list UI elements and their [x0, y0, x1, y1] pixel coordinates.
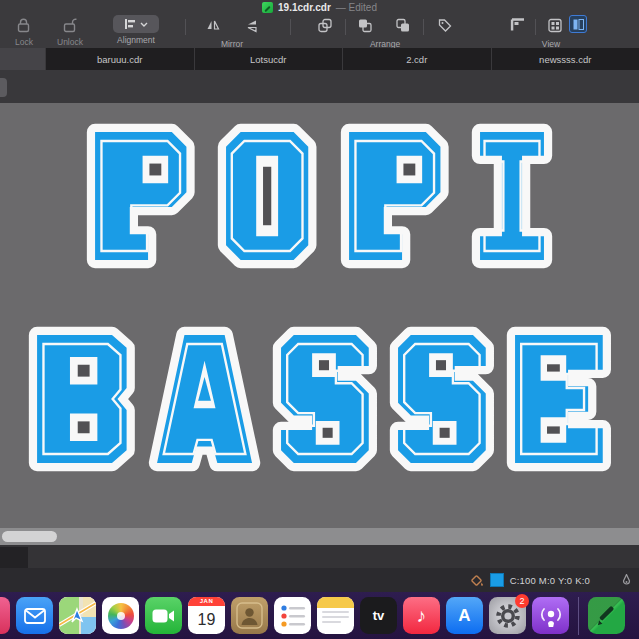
varsity-letter-a[interactable] — [147, 325, 262, 473]
music-icon[interactable]: ♪ — [403, 597, 440, 634]
tabbar-stub — [0, 48, 45, 70]
horizontal-scrollbar[interactable] — [0, 528, 639, 545]
canvas-text-line-1 — [0, 122, 639, 270]
grid-icon — [548, 15, 563, 35]
music-note-glyph: ♪ — [417, 605, 427, 627]
notes-header — [317, 597, 354, 608]
photos-icon[interactable] — [102, 597, 139, 634]
bring-forward-button[interactable] — [358, 15, 373, 35]
grid-view-button[interactable] — [548, 15, 563, 35]
tab-2cdr[interactable]: 2.cdr — [342, 48, 491, 70]
facetime-icon[interactable] — [145, 597, 182, 634]
lock-button[interactable]: Lock — [15, 15, 33, 47]
lock-label: Lock — [15, 37, 33, 47]
outline-pen-icon — [622, 574, 631, 587]
chevron-down-icon — [140, 22, 148, 27]
toolbar: Lock Unlock Alignment Mirr — [0, 14, 639, 48]
unlock-icon — [63, 15, 77, 35]
mirror-vertical-button[interactable] — [245, 15, 259, 35]
panel-handle[interactable] — [0, 78, 7, 97]
varsity-letter-p[interactable] — [339, 122, 451, 270]
lock-icon — [18, 15, 31, 35]
maps-icon[interactable] — [59, 597, 96, 634]
status-bar: C:100 M:0 Y:0 K:0 — [0, 568, 639, 592]
toolbar-separator — [185, 19, 186, 35]
varsity-letter-b[interactable] — [27, 325, 139, 473]
mirror-vertical-icon — [245, 15, 259, 35]
drawing-app-icon[interactable] — [588, 597, 625, 634]
varsity-letter-e[interactable] — [505, 325, 613, 473]
podcasts-icon[interactable] — [532, 597, 569, 634]
rulers-button[interactable] — [511, 15, 526, 35]
app-window: 19.1cdr.cdr — Edited Lock Unlock Alignme… — [0, 0, 639, 639]
notes-lines — [317, 608, 354, 634]
send-backward-icon — [396, 15, 411, 35]
document-tabbar: baruuu.cdr Lotsucdr 2.cdr newssss.cdr — [0, 48, 639, 70]
apple-tv-icon[interactable]: tv — [360, 597, 397, 634]
fill-cmyk-values: C:100 M:0 Y:0 K:0 — [510, 575, 590, 586]
layout-view-active-icon — [569, 15, 587, 33]
varsity-letter-o[interactable] — [216, 122, 318, 270]
appletv-label: tv — [373, 608, 385, 623]
tag-button[interactable] — [438, 15, 453, 35]
fill-color-swatch[interactable] — [490, 573, 504, 587]
canvas-text-line-2 — [0, 325, 639, 473]
unlock-label: Unlock — [57, 37, 83, 47]
dock-separator — [578, 597, 579, 635]
calendar-month: JAN — [188, 597, 225, 606]
alignment-label: Alignment — [117, 35, 155, 45]
document-edited-status: — Edited — [336, 2, 377, 13]
photos-flower — [108, 603, 134, 629]
alignment-icon — [124, 18, 136, 30]
scrollbar-thumb[interactable] — [2, 531, 57, 542]
mail-icon[interactable] — [16, 597, 53, 634]
dock: JAN 19 tv ♪ A 2 — [0, 592, 639, 639]
mirror-horizontal-button[interactable] — [205, 15, 221, 35]
tab-newssss[interactable]: newssss.cdr — [491, 48, 639, 70]
settings-badge: 2 — [515, 594, 529, 608]
tab-lotsucdr[interactable]: Lotsucdr — [194, 48, 343, 70]
unlock-button[interactable]: Unlock — [57, 15, 83, 47]
bring-forward-icon — [358, 15, 373, 35]
contacts-icon[interactable] — [231, 597, 268, 634]
calendar-icon[interactable]: JAN 19 — [188, 597, 225, 634]
toolbar-separator — [535, 19, 536, 35]
duplicate-icon — [318, 15, 333, 35]
document-title: 19.1cdr.cdr — [278, 2, 331, 13]
app-store-icon[interactable]: A — [446, 597, 483, 634]
tab-baruuu[interactable]: baruuu.cdr — [45, 48, 194, 70]
notes-icon[interactable] — [317, 597, 354, 634]
toolbar-separator — [290, 19, 291, 35]
alignment-button[interactable]: Alignment — [113, 15, 159, 45]
toolbar-separator — [345, 19, 346, 35]
work-area: C:100 M:0 Y:0 K:0 — [0, 70, 639, 592]
reminders-icon[interactable] — [274, 597, 311, 634]
page-navigator-stub — [0, 547, 28, 568]
dock-app-sliver-icon[interactable] — [0, 597, 10, 634]
varsity-letter-i[interactable] — [470, 122, 554, 270]
varsity-letter-s[interactable] — [271, 325, 379, 473]
lower-strip — [0, 545, 639, 568]
tag-icon — [438, 15, 453, 35]
duplicate-button[interactable] — [318, 15, 333, 35]
mirror-horizontal-icon — [205, 15, 221, 35]
ruler-corner-icon — [511, 15, 526, 35]
document-icon — [262, 2, 273, 13]
layout-view-button[interactable] — [569, 15, 587, 33]
send-backward-button[interactable] — [396, 15, 411, 35]
varsity-letter-s[interactable] — [388, 325, 496, 473]
fill-bucket-icon — [470, 574, 484, 587]
calendar-day: 19 — [188, 606, 225, 634]
settings-icon[interactable]: 2 — [489, 597, 526, 634]
appstore-label: A — [458, 606, 470, 626]
toolbar-separator — [423, 19, 424, 35]
varsity-letter-p[interactable] — [85, 122, 197, 270]
design-canvas[interactable] — [0, 103, 639, 528]
titlebar: 19.1cdr.cdr — Edited — [0, 0, 639, 14]
